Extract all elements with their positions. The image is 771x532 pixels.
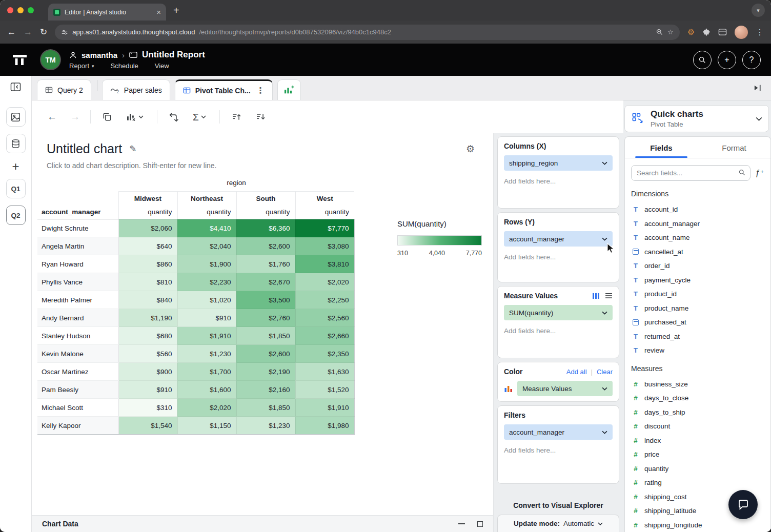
tab-fields[interactable]: Fields (625, 137, 698, 158)
data-panel-button[interactable] (6, 134, 26, 153)
expand-icon[interactable] (477, 521, 483, 527)
chat-fab-button[interactable] (728, 490, 758, 519)
field-item[interactable]: Taccount_id (625, 202, 770, 217)
new-tab-button[interactable]: + (173, 5, 179, 16)
aggregate-button[interactable]: Σ (193, 112, 206, 122)
pivot-cell[interactable]: $860 (118, 255, 177, 273)
report-menu[interactable]: Report▾ (69, 62, 94, 70)
rows-field-pill[interactable]: account_manager (504, 231, 613, 247)
field-item[interactable]: #price (625, 447, 770, 462)
pivot-cell[interactable]: $2,160 (236, 381, 295, 399)
pivot-cell[interactable]: $560 (118, 345, 177, 363)
thoughtspot-logo-icon[interactable] (12, 54, 28, 66)
pivot-cell[interactable]: $1,190 (118, 309, 177, 327)
pivot-cell[interactable]: $1,910 (177, 327, 236, 345)
row-dimension-label[interactable]: account_manager (37, 206, 118, 219)
pivot-cell[interactable]: $910 (118, 381, 177, 399)
update-mode-control[interactable]: Update mode: Automatic (497, 515, 619, 532)
chevron-down-icon[interactable] (602, 161, 607, 165)
bookmark-star-icon[interactable]: ☆ (667, 28, 674, 36)
pivot-column-header[interactable]: West (295, 192, 354, 206)
chevron-down-icon[interactable] (602, 311, 607, 315)
pivot-cell[interactable]: $1,700 (177, 363, 236, 381)
field-item[interactable]: Taccount_name (625, 231, 770, 245)
pivot-row-label[interactable]: Kelly Kapoor (37, 417, 118, 435)
measure-label[interactable]: quantity (295, 206, 354, 219)
tab-pivot-table[interactable]: Pivot Table Ch... ⋮ (175, 79, 273, 100)
minimize-window-button[interactable] (17, 7, 24, 13)
filter-field-pill[interactable]: account_manager (504, 424, 613, 440)
field-item[interactable]: #business_size (625, 377, 770, 392)
pivot-row-label[interactable]: Pam Beesly (37, 381, 118, 399)
chevron-down-icon[interactable] (602, 387, 607, 391)
pivot-column-header[interactable]: South (236, 192, 295, 206)
columns-layout-icon[interactable] (592, 293, 600, 299)
pivot-cell[interactable]: $900 (118, 363, 177, 381)
address-bar[interactable]: app.as01.analyststudio.thoughtspot.cloud… (55, 25, 679, 40)
pivot-cell[interactable]: $1,540 (118, 417, 177, 435)
field-item[interactable]: Taccount_manager (625, 217, 770, 231)
field-item[interactable]: #quantity (625, 462, 770, 476)
pivot-row-label[interactable]: Michael Scott (37, 399, 118, 417)
pivot-row-label[interactable]: Andy Bernard (37, 309, 118, 327)
user-avatar[interactable]: TM (41, 50, 60, 69)
pivot-cell[interactable]: $6,360 (236, 219, 295, 237)
clear-link[interactable]: Clear (597, 368, 613, 376)
field-item[interactable]: #discount (625, 419, 770, 434)
browser-menu-icon[interactable]: ⋮ (756, 27, 764, 37)
field-item[interactable]: Treview (625, 343, 770, 358)
view-menu[interactable]: View (155, 62, 169, 70)
search-button[interactable] (693, 51, 712, 69)
sort-ascending-button[interactable] (231, 112, 242, 122)
field-item[interactable]: #days_to_ship (625, 405, 770, 420)
pivot-cell[interactable]: $3,080 (295, 237, 354, 255)
pivot-column-header[interactable]: Northeast (177, 192, 236, 206)
tab-paper-sales[interactable]: 2 Paper sales (102, 79, 170, 100)
pivot-row-label[interactable]: Oscar Martinez (37, 363, 118, 381)
field-item[interactable]: Tproduct_name (625, 301, 770, 316)
pivot-cell[interactable]: $2,060 (118, 219, 177, 237)
add-formula-button[interactable]: ƒ⁺ (756, 168, 765, 178)
extensions-puzzle-icon[interactable] (702, 28, 711, 36)
pivot-cell[interactable]: $2,760 (236, 309, 295, 327)
chart-settings-icon[interactable]: ⚙ (466, 143, 475, 155)
edit-title-icon[interactable]: ✎ (129, 144, 136, 154)
field-item[interactable]: purchased_at (625, 315, 770, 330)
search-fields-input[interactable] (631, 165, 750, 181)
pivot-cell[interactable]: $840 (118, 291, 177, 309)
chevron-down-icon[interactable] (602, 431, 607, 434)
sort-descending-button[interactable] (255, 112, 266, 122)
browser-tab[interactable]: Editor | Analyst studio × (48, 4, 166, 21)
pivot-cell[interactable]: $2,190 (236, 363, 295, 381)
transpose-button[interactable] (169, 112, 179, 122)
pivot-cell[interactable]: $1,850 (236, 327, 295, 345)
tab-overview-button[interactable]: ▾ (752, 4, 765, 17)
pivot-cell[interactable]: $1,150 (177, 417, 236, 435)
tab-query2[interactable]: Query 2 (37, 79, 91, 100)
chevron-down-icon[interactable] (756, 117, 762, 121)
help-button[interactable]: ? (742, 51, 761, 69)
undo-button[interactable]: ← (47, 111, 57, 122)
extension-gear-icon[interactable]: ⚙ (687, 27, 695, 37)
redo-button[interactable]: → (70, 111, 80, 122)
pivot-cell[interactable]: $1,230 (236, 417, 295, 435)
browser-reload-button[interactable]: ↻ (40, 28, 47, 36)
pivot-cell[interactable]: $1,850 (236, 399, 295, 417)
quick-charts-selector[interactable]: Quick charts Pivot Table (624, 105, 769, 132)
chart-data-bar[interactable]: Chart Data (32, 515, 493, 532)
add-button[interactable]: + (718, 51, 736, 69)
query2-button[interactable]: Q2 (6, 206, 26, 225)
tab-groups-icon[interactable] (718, 28, 727, 36)
pivot-row-label[interactable]: Angela Martin (37, 237, 118, 255)
pivot-cell[interactable]: $2,250 (295, 291, 354, 309)
remove-chart-button[interactable] (126, 112, 144, 122)
minimize-icon[interactable] (458, 523, 465, 524)
pivot-cell[interactable]: $2,230 (177, 273, 236, 291)
field-item[interactable]: Tpayment_cycle (625, 273, 770, 288)
browser-forward-button[interactable]: → (24, 28, 32, 36)
duplicate-chart-button[interactable] (102, 112, 112, 122)
field-item[interactable]: #index (625, 434, 770, 448)
pivot-cell[interactable]: $2,020 (177, 399, 236, 417)
site-controls-icon[interactable] (61, 29, 68, 36)
pivot-cell[interactable]: $680 (118, 327, 177, 345)
